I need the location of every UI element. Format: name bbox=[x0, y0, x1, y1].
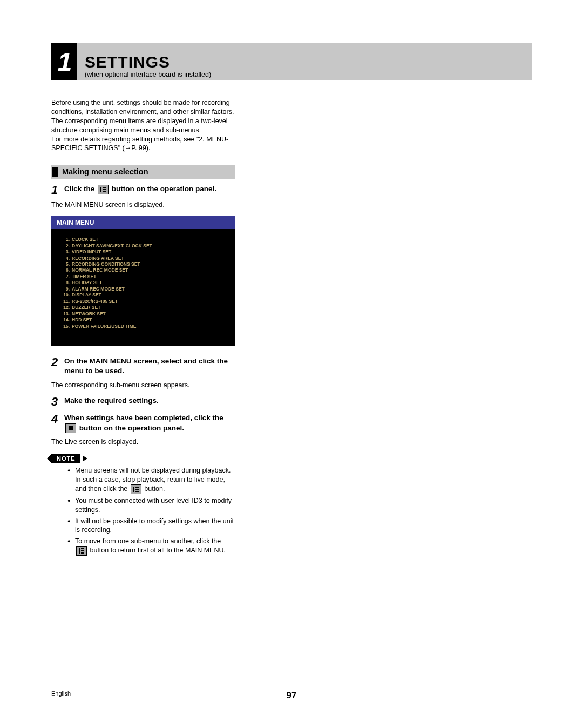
main-menu-item-text: BUZZER SET bbox=[72, 305, 100, 311]
note-item-3: It will not be possible to modify settin… bbox=[67, 517, 235, 535]
main-menu-item: 8.HOLIDAY SET bbox=[61, 280, 225, 286]
main-menu-item-text: DISPLAY SET bbox=[72, 292, 101, 298]
main-menu-item-num: 1. bbox=[61, 237, 72, 242]
main-menu-item: 9.ALARM REC MODE SET bbox=[61, 286, 225, 292]
note-item-1: Menu screens will not be displayed durin… bbox=[67, 466, 235, 494]
main-menu-item: 2.DAYLIGHT SAVING/EXT. CLOCK SET bbox=[61, 243, 225, 249]
main-menu-item: 10.DISPLAY SET bbox=[61, 292, 225, 298]
main-menu-item-num: 7. bbox=[61, 274, 72, 280]
note-list: Menu screens will not be displayed durin… bbox=[51, 466, 235, 556]
chapter-header: 1 SETTINGS (when optional interface boar… bbox=[51, 43, 532, 80]
main-menu-item-text: TIMER SET bbox=[72, 274, 96, 280]
main-menu-screenshot: MAIN MENU 1.CLOCK SET2.DAYLIGHT SAVING/E… bbox=[51, 216, 235, 346]
page-footer: English 97 bbox=[51, 690, 532, 697]
main-menu-item-num: 15. bbox=[61, 323, 72, 329]
main-menu-item-num: 6. bbox=[61, 267, 72, 273]
chapter-subtitle: (when optional interface board is instal… bbox=[85, 71, 211, 78]
menu-icon bbox=[98, 185, 109, 194]
step-1: 1 Click the button on the operation pane… bbox=[51, 184, 235, 210]
intro-text: Before using the unit, settings should b… bbox=[51, 98, 235, 153]
intro-p2: For more details regarding setting metho… bbox=[51, 136, 228, 152]
main-menu-item-text: DAYLIGHT SAVING/EXT. CLOCK SET bbox=[72, 243, 152, 249]
main-menu-item-num: 4. bbox=[61, 255, 72, 261]
main-menu-item: 13.NETWORK SET bbox=[61, 311, 225, 317]
note-header: NOTE bbox=[51, 454, 235, 463]
note-item-2: You must be connected with user level ID… bbox=[67, 496, 235, 515]
step-3: 3 Make the required settings. bbox=[51, 396, 235, 408]
step-1-text: Click the button on the operation panel. bbox=[64, 184, 235, 194]
main-menu-item-num: 2. bbox=[61, 243, 72, 249]
main-menu-item-num: 12. bbox=[61, 305, 72, 311]
step-2: 2 On the MAIN MENU screen, select and cl… bbox=[51, 356, 235, 389]
section-bar bbox=[52, 167, 58, 177]
note-rule bbox=[91, 459, 235, 459]
intro-p1: Before using the unit, settings should b… bbox=[51, 99, 234, 134]
main-menu-item-num: 9. bbox=[61, 286, 72, 292]
section-title: Making menu selection bbox=[62, 167, 148, 176]
main-menu-item: 14.HDD SET bbox=[61, 317, 225, 323]
step-1-body: The MAIN MENU screen is displayed. bbox=[51, 200, 235, 210]
main-menu-item-text: POWER FAILURE/USED TIME bbox=[72, 323, 136, 329]
chapter-number: 1 bbox=[51, 43, 77, 80]
main-menu-item-text: CLOCK SET bbox=[72, 237, 98, 242]
note-4-pre: To move from one sub-menu to another, cl… bbox=[75, 537, 221, 545]
main-menu-item-text: NETWORK SET bbox=[72, 311, 106, 317]
chapter-title: SETTINGS bbox=[85, 54, 211, 70]
menu-icon bbox=[76, 546, 87, 556]
main-menu-item: 4.RECORDING AREA SET bbox=[61, 255, 225, 261]
main-menu-item: 7.TIMER SET bbox=[61, 274, 225, 280]
step-4-post: button on the operation panel. bbox=[79, 424, 184, 432]
main-menu-item: 5.RECORDING CONDITIONS SET bbox=[61, 261, 225, 267]
step-1-post: button on the operation panel. bbox=[112, 185, 216, 193]
main-menu-item: 11.RS-232C/RS-485 SET bbox=[61, 299, 225, 305]
step-1-num: 1 bbox=[51, 184, 64, 196]
note-1-post: button. bbox=[144, 485, 165, 493]
note-item-4: To move from one sub-menu to another, cl… bbox=[67, 537, 235, 556]
main-menu-item: 15.POWER FAILURE/USED TIME bbox=[61, 323, 225, 329]
right-column bbox=[245, 98, 438, 638]
main-menu-item-num: 10. bbox=[61, 292, 72, 298]
main-menu-item-num: 8. bbox=[61, 280, 72, 286]
main-menu-item-num: 5. bbox=[61, 261, 72, 267]
main-menu-item-text: HDD SET bbox=[72, 317, 92, 323]
chapter-title-block: SETTINGS (when optional interface board … bbox=[77, 54, 211, 80]
main-menu-item-num: 11. bbox=[61, 299, 72, 305]
main-menu-list: 1.CLOCK SET2.DAYLIGHT SAVING/EXT. CLOCK … bbox=[51, 229, 235, 346]
step-3-text: Make the required settings. bbox=[64, 396, 235, 406]
main-menu-item-text: RECORDING CONDITIONS SET bbox=[72, 261, 140, 267]
main-menu-item: 12.BUZZER SET bbox=[61, 305, 225, 311]
step-3-num: 3 bbox=[51, 396, 64, 408]
main-menu-item: 3.VIDEO INPUT SET bbox=[61, 249, 225, 255]
step-4-body: The Live screen is displayed. bbox=[51, 437, 235, 447]
step-4-num: 4 bbox=[51, 413, 64, 425]
step-4-pre: When settings have been completed, click… bbox=[64, 414, 223, 422]
page: 1 SETTINGS (when optional interface boar… bbox=[0, 0, 583, 713]
section-header: Making menu selection bbox=[51, 165, 235, 179]
main-menu-item-text: RECORDING AREA SET bbox=[72, 255, 124, 261]
step-4: 4 When settings have been completed, cli… bbox=[51, 413, 235, 447]
footer-language: English bbox=[51, 690, 71, 697]
step-2-body: The corresponding sub-menu screen appear… bbox=[51, 381, 235, 390]
main-menu-item-num: 13. bbox=[61, 311, 72, 317]
step-2-num: 2 bbox=[51, 356, 64, 368]
main-menu-title: MAIN MENU bbox=[51, 216, 235, 229]
columns: Before using the unit, settings should b… bbox=[51, 98, 532, 638]
main-menu-item-num: 14. bbox=[61, 317, 72, 323]
main-menu-item-text: VIDEO INPUT SET bbox=[72, 249, 111, 255]
note-4-post: button to return first of all to the MAI… bbox=[90, 547, 225, 554]
note-label: NOTE bbox=[51, 454, 80, 463]
step-1-pre: Click the bbox=[64, 185, 97, 193]
main-menu-item: 6.NORMAL REC MODE SET bbox=[61, 267, 225, 273]
footer-page-number: 97 bbox=[287, 690, 297, 701]
note-triangle-icon bbox=[83, 456, 87, 461]
left-column: Before using the unit, settings should b… bbox=[51, 98, 235, 638]
step-2-text: On the MAIN MENU screen, select and clic… bbox=[64, 356, 235, 376]
menu-icon bbox=[131, 484, 141, 494]
main-menu-item: 1.CLOCK SET bbox=[61, 237, 225, 242]
main-menu-item-text: NORMAL REC MODE SET bbox=[72, 267, 128, 273]
main-menu-item-num: 3. bbox=[61, 249, 72, 255]
stop-icon bbox=[65, 423, 76, 433]
main-menu-item-text: ALARM REC MODE SET bbox=[72, 286, 125, 292]
main-menu-item-text: HOLIDAY SET bbox=[72, 280, 102, 286]
step-4-text: When settings have been completed, click… bbox=[64, 413, 235, 433]
